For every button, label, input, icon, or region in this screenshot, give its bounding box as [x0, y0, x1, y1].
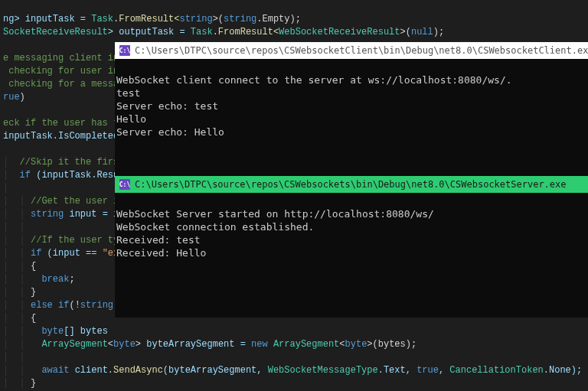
editor-line: │ │ //Get the user in — [3, 196, 124, 207]
editor-line: │ │ break; — [3, 274, 75, 285]
server-console-title: C:\Users\DTPC\source\repos\CSWebsockets\… — [135, 178, 567, 191]
editor-line: │ │ } — [3, 378, 36, 389]
editor-line: checking for a messa — [3, 79, 119, 90]
editor-line: │ │ string input = in — [3, 209, 124, 220]
editor-line: │ │ } — [3, 287, 36, 298]
editor-line: SocketReceiveResult> outputTask = Task.F… — [3, 27, 444, 37]
editor-line: ng> inputTask = Task.FromResult<string>(… — [3, 14, 301, 24]
editor-line: │ │ byte[] bytes — [3, 326, 108, 337]
editor-line: │ — [3, 183, 8, 194]
client-console-title: C:\Users\DTPC\source\repos\CSWebsocketCl… — [135, 44, 588, 57]
server-console-window[interactable]: C:\ C:\Users\DTPC\source\repos\CSWebsock… — [115, 176, 588, 318]
editor-line: │ │ await client.SendAsync(byteArraySegm… — [3, 365, 582, 376]
console-line: WebSocket Server started on http://local… — [116, 208, 434, 220]
editor-line: eck if the user has t — [3, 118, 119, 129]
editor-line: │ │ { — [3, 313, 36, 324]
console-line: Hello — [116, 113, 146, 125]
client-console-body[interactable]: WebSocket client connect to the server a… — [115, 59, 588, 153]
console-line: Received: Hello — [116, 247, 206, 259]
console-line: test — [116, 87, 140, 99]
server-console-body[interactable]: WebSocket Server started on http://local… — [115, 193, 588, 274]
console-line: WebSocket connection established. — [116, 221, 314, 233]
editor-line: │ │ //If the user typ — [3, 235, 124, 246]
client-console-titlebar[interactable]: C:\ C:\Users\DTPC\source\repos\CSWebsock… — [115, 42, 588, 59]
editor-line: │ │ else if(!string.I — [3, 300, 124, 311]
server-console-titlebar[interactable]: C:\ C:\Users\DTPC\source\repos\CSWebsock… — [115, 176, 588, 193]
console-icon: C:\ — [119, 179, 130, 190]
editor-line: │ │ — [3, 222, 25, 233]
editor-line: │ │ { — [3, 261, 36, 272]
client-console-window[interactable]: C:\ C:\Users\DTPC\source\repos\CSWebsock… — [115, 42, 588, 176]
console-icon: C:\ — [119, 45, 130, 56]
editor-line: │ │ — [3, 352, 25, 363]
console-line: WebSocket client connect to the server a… — [116, 74, 512, 86]
editor-line: │ │ ArraySegment<byte> byteArraySegment … — [3, 339, 416, 350]
editor-line: e messaging client in — [3, 53, 119, 64]
console-line: Received: test — [116, 234, 201, 246]
console-line: Server echo: test — [116, 100, 218, 112]
editor-line: │ │ if (input == "exi — [3, 248, 124, 259]
console-line: Server echo: Hello — [116, 126, 224, 138]
editor-line: rue) — [3, 92, 25, 103]
editor-line: inputTask.IsCompleted — [3, 131, 119, 142]
editor-line: checking for user in — [3, 66, 119, 77]
editor-line: │ if (inputTask.Result — [3, 170, 130, 181]
